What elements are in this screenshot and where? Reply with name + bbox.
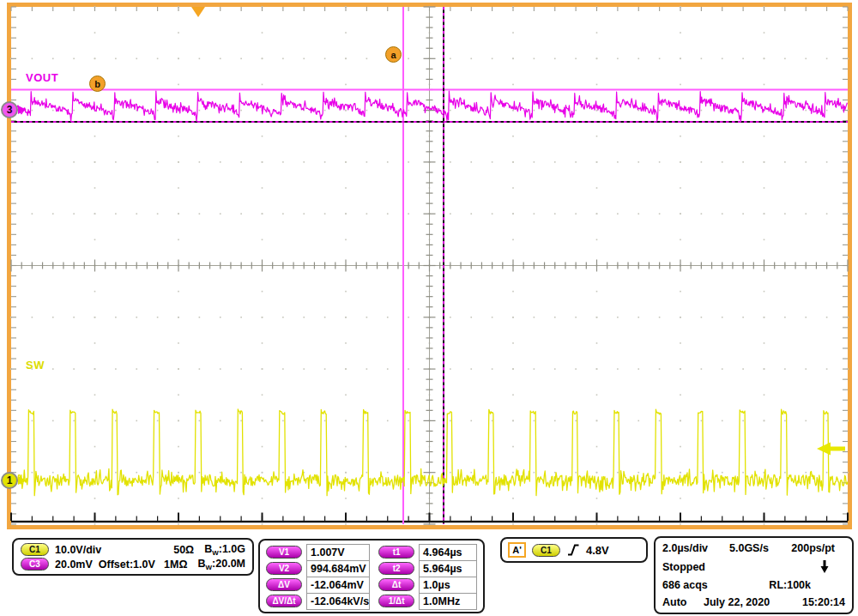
down-arrow-icon (819, 559, 830, 574)
cursor-row-dv: ΔV -12.064mV (266, 577, 370, 593)
cursor-row-dt: Δt 1.0µs (378, 577, 477, 593)
trigger-readout: A' C1 4.8V (500, 537, 648, 563)
trigger-mode-badge[interactable]: A' (508, 542, 526, 558)
trigger-mode: Auto (662, 596, 704, 608)
vout-trace-label: VOUT (26, 71, 58, 84)
t1-badge[interactable]: t1 (378, 546, 414, 559)
cursor-row-v1: V1 1.007V (266, 544, 370, 560)
graticule-frame (7, 3, 852, 529)
cursor-b-badge[interactable]: b (89, 75, 106, 92)
v2-badge[interactable]: V2 (266, 562, 302, 575)
acquisition-status: Stopped (662, 561, 705, 573)
datetime-row: Auto July 22, 2020 15:20:14 (662, 596, 845, 608)
delta-t-badge[interactable]: Δt (378, 578, 414, 591)
ch1-badge[interactable]: C1 (21, 543, 49, 556)
sample-rate: 5.0GS/s (729, 542, 769, 554)
ch3-badge[interactable]: C3 (21, 558, 49, 571)
oscilloscope-screen: VOUT SW a b 3 1 C1 10.0V/div 50Ω BW:1.0G… (0, 0, 858, 616)
record-length: RL:100k (769, 579, 811, 591)
t2-badge[interactable]: t2 (378, 562, 414, 575)
sample-resolution: 200ps/pt (791, 542, 835, 554)
cursor-a-badge[interactable]: a (385, 46, 402, 63)
delta-v-value: -12.064mV (306, 577, 370, 594)
delta-v-badge[interactable]: ΔV (266, 578, 302, 591)
delta-t-value: 1.0µs (419, 577, 477, 594)
channel1-position-marker[interactable]: 1 (1, 472, 18, 489)
channel3-arrow-icon (18, 106, 27, 114)
ch1-scale: 10.0V/div (55, 544, 101, 556)
inverse-dt-badge[interactable]: 1/Δt (378, 595, 414, 607)
trigger-source-badge[interactable]: C1 (532, 544, 560, 557)
date-label: July 22, 2020 (704, 596, 770, 608)
ch3-settings-row: C3 20.0mV Offset:1.0V 1MΩ BW:20.0M (21, 558, 245, 571)
dv-dt-badge[interactable]: ΔV/Δt (266, 595, 302, 607)
sw-trace-label: SW (26, 359, 45, 371)
time-cursor-column: t1 4.964µs t2 5.964µs Δt 1.0µs 1/Δt 1.0M… (378, 544, 477, 608)
v1-value: 1.007V (306, 544, 370, 561)
ch1-bandwidth: BW:1.0G (204, 543, 245, 557)
cursor-row-v2: V2 994.684mV (266, 560, 370, 577)
cursor-row-t2: t2 5.964µs (378, 560, 477, 577)
timebase-scale: 2.0µs/div (662, 542, 729, 554)
acq-status-row: Stopped (662, 559, 845, 574)
trigger-position-icon[interactable] (191, 7, 205, 17)
acquisition-count: 686 acqs (662, 579, 708, 591)
cursor-readout: V1 1.007V V2 994.684mV ΔV -12.064mV ΔV/Δ… (258, 539, 485, 613)
ch3-offset: Offset:1.0V (99, 559, 155, 571)
t1-value: 4.964µs (419, 544, 477, 561)
inverse-dt-value: 1.0MHz (419, 593, 477, 610)
trigger-level-value: 4.8V (586, 544, 609, 557)
ch1-settings-row: C1 10.0V/div 50Ω BW:1.0G (21, 543, 245, 557)
channel1-arrow-icon (18, 476, 27, 485)
cursor-row-t1: t1 4.964µs (378, 544, 477, 560)
cursor-row-dvdt: ΔV/Δt -12.064kV/s (266, 593, 370, 609)
v1-badge[interactable]: V1 (266, 546, 302, 559)
cursor-row-freq: 1/Δt 1.0MHz (378, 593, 477, 609)
v2-value: 994.684mV (306, 560, 370, 577)
dv-dt-value: -12.064kV/s (306, 593, 370, 610)
channel-settings-readout: C1 10.0V/div 50Ω BW:1.0G C3 20.0mV Offse… (12, 538, 254, 576)
timebase-readout: 2.0µs/div 5.0GS/s 200ps/pt Stopped 686 a… (654, 536, 854, 614)
time-label: 15:20:14 (802, 596, 845, 608)
channel3-position-marker[interactable]: 3 (1, 101, 18, 118)
ch3-bandwidth: BW:20.0M (198, 558, 246, 571)
rising-edge-icon (566, 543, 580, 557)
ch3-scale: 20.0mV (55, 559, 93, 571)
ch1-termination: 50Ω (173, 544, 194, 556)
timebase-row: 2.0µs/div 5.0GS/s 200ps/pt (662, 542, 845, 554)
ch3-termination: 1MΩ (164, 559, 187, 571)
t2-value: 5.964µs (419, 560, 477, 577)
acq-count-row: 686 acqs RL:100k (662, 579, 845, 591)
voltage-cursor-column: V1 1.007V V2 994.684mV ΔV -12.064mV ΔV/Δ… (266, 544, 370, 608)
